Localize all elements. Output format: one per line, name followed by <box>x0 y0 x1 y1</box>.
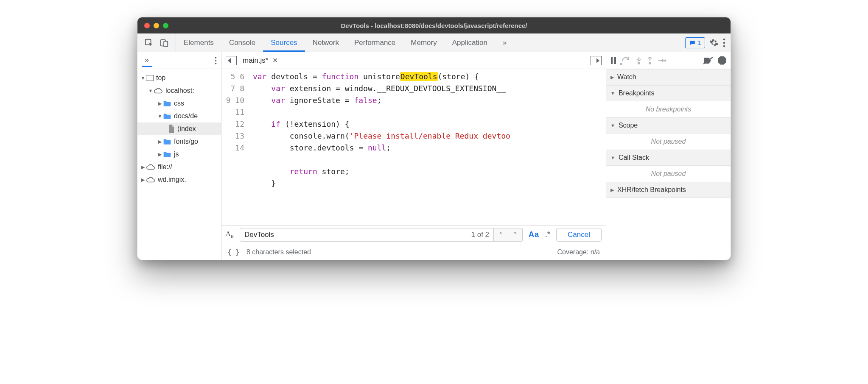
step-into-icon[interactable] <box>636 57 642 64</box>
close-window-button[interactable] <box>144 23 150 28</box>
titlebar: DevTools - localhost:8080/docs/devtools/… <box>137 17 731 33</box>
inspect-icon[interactable] <box>144 38 154 47</box>
tab-memory[interactable]: Memory <box>403 33 444 52</box>
svg-point-3 <box>723 38 725 40</box>
svg-point-6 <box>215 57 217 58</box>
navigator-overflow-button[interactable]: » <box>145 56 149 64</box>
editor-statusbar: { } 8 characters selected Coverage: n/a <box>221 244 606 260</box>
svg-point-8 <box>215 62 217 64</box>
zoom-window-button[interactable] <box>163 23 168 28</box>
more-menu-icon[interactable] <box>723 38 725 47</box>
deactivate-breakpoints-icon[interactable] <box>703 57 713 64</box>
svg-rect-2 <box>164 41 168 47</box>
breakpoints-body: No breakpoints <box>606 101 731 117</box>
navigator-menu-icon[interactable] <box>215 56 217 65</box>
settings-icon[interactable] <box>709 38 719 47</box>
svg-rect-10 <box>614 57 616 64</box>
tab-application[interactable]: Application <box>445 33 495 52</box>
tab-network[interactable]: Network <box>305 33 347 52</box>
panel-tabs: Elements Console Sources Network Perform… <box>176 33 680 52</box>
scope-body: Not paused <box>606 134 731 150</box>
tab-console[interactable]: Console <box>221 33 263 52</box>
match-case-button[interactable]: Aa <box>529 230 539 239</box>
tab-sources[interactable]: Sources <box>263 33 305 52</box>
tree-node-host[interactable]: localhost: <box>137 84 221 97</box>
tab-performance[interactable]: Performance <box>347 33 403 52</box>
callstack-body: Not paused <box>606 166 731 182</box>
tree-node-js[interactable]: js <box>137 148 221 161</box>
code-editor[interactable]: 5 6 7 8 9 10 11 12 13 14 var devtools = … <box>221 69 606 225</box>
devtools-window: DevTools - localhost:8080/docs/devtools/… <box>137 17 731 260</box>
svg-point-11 <box>620 63 622 65</box>
search-count: 1 of 2 <box>471 231 490 239</box>
pause-icon[interactable] <box>610 57 616 64</box>
regex-button[interactable]: .* <box>545 230 550 239</box>
selection-status: 8 characters selected <box>246 248 311 256</box>
search-prev-button[interactable]: ˄ <box>494 228 508 242</box>
nav-forward-icon[interactable] <box>591 56 602 65</box>
svg-rect-9 <box>611 57 613 64</box>
step-icon[interactable] <box>658 58 666 64</box>
pane-watch[interactable]: Watch <box>606 69 731 85</box>
cloud-icon <box>146 164 155 170</box>
replace-toggle-icon[interactable]: AB <box>226 230 234 239</box>
navigator-sidebar: » top localhost: css docs/de <box>137 52 221 260</box>
search-cancel-button[interactable]: Cancel <box>556 228 602 242</box>
tree-node-css[interactable]: css <box>137 97 221 110</box>
issues-badge[interactable]: 1 <box>685 37 705 48</box>
tree-node-index[interactable]: (index <box>137 122 221 135</box>
code-content[interactable]: var devtools = function unistoreDevTools… <box>249 69 606 225</box>
minimize-window-button[interactable] <box>154 23 159 28</box>
device-toggle-icon[interactable] <box>160 38 169 47</box>
tree-node-docs[interactable]: docs/de <box>137 110 221 122</box>
tab-elements[interactable]: Elements <box>176 33 221 52</box>
step-over-icon[interactable] <box>622 56 631 65</box>
pause-on-exceptions-icon[interactable] <box>718 56 726 65</box>
tree-node-top[interactable]: top <box>137 72 221 84</box>
editor-panel: main.js* ✕ 5 6 7 8 9 10 11 12 13 14 var … <box>221 52 606 260</box>
tree-node-fonts[interactable]: fonts/go <box>137 135 221 148</box>
cloud-icon <box>154 87 163 94</box>
svg-point-12 <box>638 62 640 64</box>
tabs-overflow-button[interactable]: » <box>495 33 514 52</box>
folder-icon <box>163 112 171 120</box>
editor-tab[interactable]: main.js* ✕ <box>243 56 278 65</box>
folder-icon <box>163 150 171 158</box>
tree-node-file[interactable]: file:// <box>137 161 221 173</box>
svg-point-13 <box>649 62 651 64</box>
main-tabstrip: Elements Console Sources Network Perform… <box>137 33 731 52</box>
pane-callstack[interactable]: Call Stack <box>606 150 731 166</box>
line-gutter: 5 6 7 8 9 10 11 12 13 14 <box>221 69 249 225</box>
close-tab-icon[interactable]: ✕ <box>272 56 278 64</box>
svg-point-7 <box>215 60 217 61</box>
traffic-lights <box>137 23 168 28</box>
search-input[interactable]: DevTools 1 of 2 <box>240 228 494 242</box>
debugger-panel: Watch Breakpoints No breakpoints Scope N… <box>606 52 731 260</box>
svg-point-14 <box>664 59 666 61</box>
pretty-print-icon[interactable]: { } <box>227 248 240 256</box>
step-out-icon[interactable] <box>647 57 653 64</box>
folder-icon <box>163 100 171 107</box>
tree-node-imgix[interactable]: wd.imgix. <box>137 173 221 186</box>
nav-back-icon[interactable] <box>226 56 237 65</box>
search-highlight: DevTools <box>400 72 438 81</box>
navigator-active-indicator <box>142 66 152 67</box>
debugger-toolbar <box>606 52 731 69</box>
editor-filename: main.js* <box>243 56 268 65</box>
svg-point-5 <box>723 45 725 47</box>
svg-point-4 <box>723 42 725 44</box>
file-tree[interactable]: top localhost: css docs/de (index fonts/… <box>137 69 221 260</box>
pane-xhr[interactable]: XHR/fetch Breakpoints <box>606 182 731 198</box>
pane-scope[interactable]: Scope <box>606 117 731 134</box>
pane-breakpoints[interactable]: Breakpoints <box>606 85 731 101</box>
cloud-icon <box>146 176 155 183</box>
issues-count: 1 <box>698 39 701 46</box>
search-next-button[interactable]: ˅ <box>508 228 523 242</box>
window-title: DevTools - localhost:8080/docs/devtools/… <box>137 22 731 29</box>
file-icon <box>168 125 175 133</box>
frame-icon <box>146 75 154 81</box>
coverage-status: Coverage: n/a <box>557 248 600 256</box>
search-bar: AB DevTools 1 of 2 ˄ ˅ Aa .* Cancel <box>221 225 606 244</box>
folder-icon <box>163 138 171 145</box>
